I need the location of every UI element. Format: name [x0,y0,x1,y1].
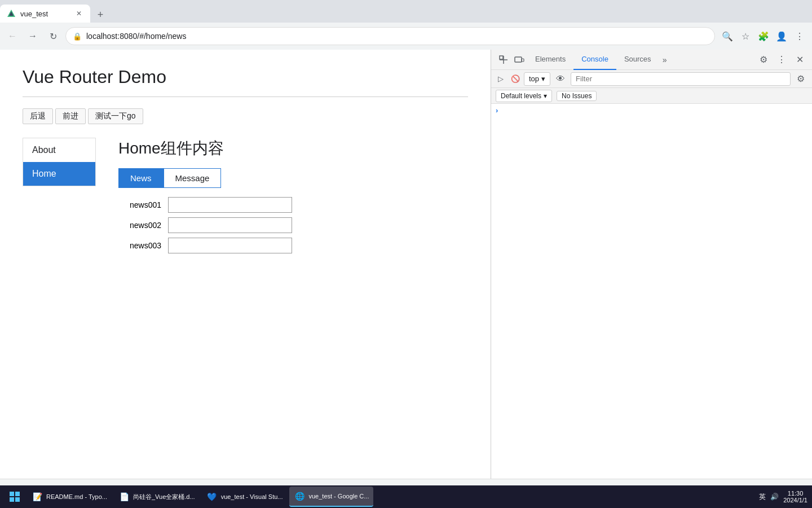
no-issues-badge: No Issues [557,91,597,101]
console-settings-button[interactable]: ⚙ [793,71,809,87]
taskbar-clock: 11:30 2024/1/1 [783,490,807,503]
svg-rect-6 [522,59,524,62]
taskbar-app-label: vue_test - Google C... [308,493,369,500]
devtools-toolbar: Elements Console Sources » ⚙ ⋮ ✕ [491,50,812,70]
devtools-tab-sources[interactable]: Sources [616,50,659,70]
tab-message[interactable]: Message [164,168,222,188]
list-item: news003 [130,238,468,253]
horizontal-scrollbar[interactable] [0,479,812,485]
dropdown-arrow-icon: ▾ [541,75,545,83]
news-item-input-1[interactable] [168,197,292,213]
extensions-button[interactable]: 🧩 [756,28,771,44]
back-button[interactable]: ← [5,28,20,44]
svg-rect-5 [515,57,522,62]
sidebar-nav: About Home [23,138,96,186]
devtools-more-options[interactable]: ⋮ [774,52,789,68]
devtools-toolbar-icons: ⚙ ⋮ ✕ [756,52,807,68]
news-item-label-3: news003 [130,241,164,250]
top-context-label: top [529,75,539,83]
console-filter-input[interactable] [571,72,791,86]
taskbar-app-chrome[interactable]: 🌐 vue_test - Google C... [289,487,373,507]
devtools-inspect-button[interactable] [496,52,511,68]
list-item: news001 [130,197,468,213]
vscode-icon: 💙 [206,491,218,502]
forward-button[interactable]: → [25,28,41,44]
tab-label: vue_test [20,10,70,18]
browser-tab-active[interactable]: vue_test ✕ [0,5,90,23]
console-run-button[interactable]: ▷ [495,73,507,85]
page-nav-row: About Home Home组件内容 News Message news001… [23,138,468,253]
forward-history-button[interactable]: 前进 [55,108,86,124]
page-divider [23,97,468,97]
svg-rect-9 [10,497,14,502]
news-item-label-2: news002 [130,221,164,230]
start-button[interactable] [5,487,25,507]
address-box[interactable]: 🔒 localhost:8080/#/home/news [65,27,715,45]
news-list: news001 news002 news003 [118,197,468,253]
svg-rect-8 [15,492,20,496]
menu-button[interactable]: ⋮ [792,28,807,44]
home-component-title: Home组件内容 [118,138,468,159]
taskbar-app-typora[interactable]: 📝 README.md - Typo... [27,487,112,507]
new-tab-button[interactable]: + [92,7,108,23]
taskbar-app-vscode[interactable]: 💙 vue_test - Visual Stu... [202,487,288,507]
default-levels-label: Default levels [501,92,541,100]
svg-rect-7 [10,492,14,496]
tab-close-button[interactable]: ✕ [74,9,83,18]
svg-rect-2 [500,56,503,59]
doc-icon: 📄 [118,491,130,502]
svg-rect-10 [15,497,20,502]
browser-chrome: vue_test ✕ + ← → ↻ 🔒 localhost:8080/#/ho… [0,0,812,50]
taskbar-language: 英 [759,492,766,502]
nav-buttons: 后退 前进 测试一下go [23,108,468,124]
sidebar-item-home[interactable]: Home [23,162,95,186]
profile-button[interactable]: 👤 [774,28,789,44]
devtools-tab-console[interactable]: Console [573,50,616,70]
levels-arrow-icon: ▾ [544,92,547,100]
taskbar-app-label: README.md - Typo... [46,493,107,500]
tab-news[interactable]: News [118,168,164,188]
lock-icon: 🔒 [73,32,82,41]
taskbar-app-doc[interactable]: 📄 尚硅谷_Vue全家桶.d... [114,487,200,507]
tab-bar: vue_test ✕ + [0,0,812,23]
refresh-button[interactable]: ↻ [45,28,61,44]
address-text: localhost:8080/#/home/news [86,32,708,41]
page-title: Vue Router Demo [23,67,468,87]
sub-tabs: News Message [118,168,468,188]
test-go-button[interactable]: 测试一下go [88,108,143,124]
sidebar-item-about[interactable]: About [23,138,95,162]
news-item-input-2[interactable] [168,217,292,233]
console-eye-button[interactable]: 👁 [553,71,568,87]
news-item-label-1: news001 [130,200,164,209]
top-context-dropdown[interactable]: top ▾ [524,72,550,86]
console-caret[interactable]: › [496,106,498,115]
devtools-levels-bar: Default levels ▾ No Issues [491,88,812,104]
taskbar-app-label: 尚硅谷_Vue全家桶.d... [133,493,195,501]
browser-content: Vue Router Demo 后退 前进 测试一下go About Home … [0,50,491,479]
devtools-tab-elements[interactable]: Elements [527,50,573,70]
tab-favicon [7,9,16,18]
devtools-settings-button[interactable]: ⚙ [756,52,771,68]
taskbar-right: 英 🔊 11:30 2024/1/1 [759,490,807,503]
list-item: news002 [130,217,468,233]
search-button[interactable]: 🔍 [720,28,735,44]
devtools-close-button[interactable]: ✕ [792,52,807,68]
taskbar-app-label: vue_test - Visual Stu... [221,493,283,500]
typora-icon: 📝 [32,491,43,502]
content-area: Home组件内容 News Message news001 news002 [118,138,468,253]
devtools-console-content[interactable]: › [491,104,812,479]
default-levels-dropdown[interactable]: Default levels ▾ [496,90,552,102]
devtools-console-bar: ▷ 🚫 top ▾ 👁 ⚙ [491,70,812,88]
news-item-input-3[interactable] [168,238,292,253]
bookmark-button[interactable]: ☆ [738,28,753,44]
main-layout: Vue Router Demo 后退 前进 测试一下go About Home … [0,50,812,479]
console-clear-button[interactable]: 🚫 [509,73,522,85]
taskbar: 📝 README.md - Typo... 📄 尚硅谷_Vue全家桶.d... … [0,485,812,508]
toolbar-icons: 🔍 ☆ 🧩 👤 ⋮ [720,28,807,44]
chrome-icon: 🌐 [294,491,305,502]
taskbar-volume: 🔊 [770,493,779,501]
devtools-panel: Elements Console Sources » ⚙ ⋮ ✕ ▷ 🚫 top… [491,50,812,479]
back-history-button[interactable]: 后退 [23,108,53,124]
devtools-responsive-button[interactable] [511,52,527,68]
devtools-more-tabs[interactable]: » [659,54,670,65]
